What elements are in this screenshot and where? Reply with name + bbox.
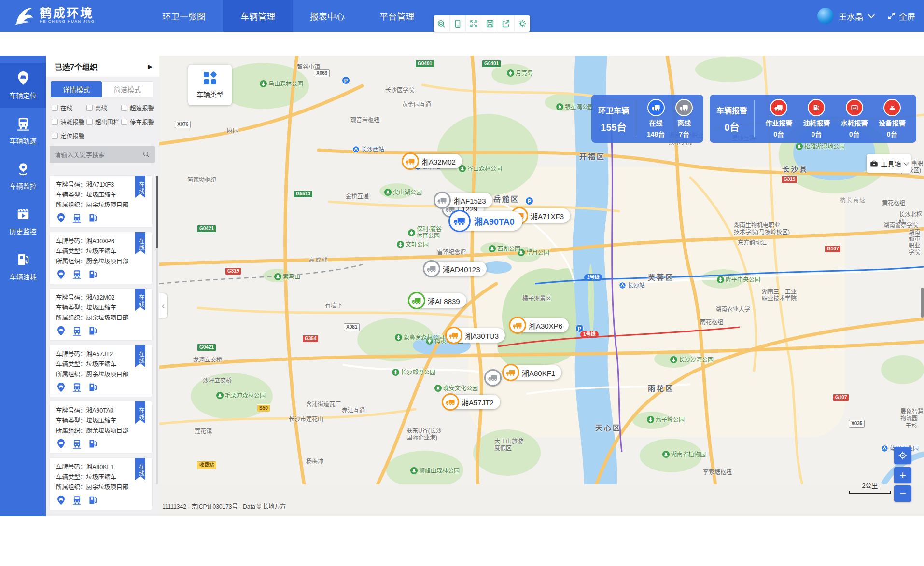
save-icon[interactable] bbox=[482, 15, 499, 32]
track-vehicle-icon[interactable] bbox=[72, 213, 82, 225]
fullscreen-button[interactable]: 全屏 bbox=[887, 10, 915, 22]
vehicle-marker-湘AD40123[interactable]: 湘AD40123 bbox=[424, 262, 487, 276]
locate-vehicle-icon[interactable] bbox=[56, 439, 66, 451]
vehicle-marker-hidden[interactable] bbox=[486, 371, 501, 385]
chevron-down-icon[interactable] bbox=[868, 12, 875, 18]
filter-checkbox-0[interactable]: 在线 bbox=[52, 103, 86, 112]
filter-checkbox-6[interactable]: 定位报警 bbox=[52, 131, 86, 140]
checkbox-icon[interactable] bbox=[121, 119, 127, 125]
road-badge-G354: G354 bbox=[302, 335, 319, 343]
fuel-vehicle-icon[interactable] bbox=[88, 213, 98, 225]
zoom-out-button[interactable]: − bbox=[894, 485, 911, 502]
fuel-vehicle-icon[interactable] bbox=[88, 326, 98, 338]
vehicle-marker-湘A30XP6[interactable]: 湘A30XP6 bbox=[510, 318, 569, 332]
checkbox-icon[interactable] bbox=[86, 119, 93, 125]
search-box[interactable] bbox=[50, 146, 155, 163]
nav-item-2[interactable]: 报表中心 bbox=[293, 0, 362, 32]
vehicle-card-湘A71XF3[interactable]: 车牌号码：湘A71XF3 车辆类型：垃圾压缩车 所属组织：厨余垃圾项目部 在线 bbox=[50, 176, 152, 227]
map-label: 毛栗冲森林公园 bbox=[216, 392, 266, 399]
toolbox-button[interactable]: 工具箱 bbox=[867, 154, 911, 173]
sidebar-item-2[interactable]: 车辆监控 bbox=[0, 153, 46, 199]
map-label: 长沙医学院 bbox=[385, 87, 414, 94]
vehicle-card-湘A57JT2[interactable]: 车牌号码：湘A57JT2 车辆类型：垃圾压缩车 所属组织：厨余垃圾项目部 在线 bbox=[50, 345, 152, 397]
locate-vehicle-icon[interactable] bbox=[56, 382, 66, 394]
vehicle-marker-湘AL8839[interactable]: 湘AL8839 bbox=[409, 293, 466, 308]
card-org: 所属组织：厨余垃圾项目部 bbox=[50, 200, 152, 210]
vehicle-marker-湘A90TA0[interactable]: 湘A90TA0 bbox=[450, 211, 522, 231]
map-label: 尖山湖公园 bbox=[384, 189, 422, 196]
filter-checkbox-3[interactable]: 油耗报警 bbox=[52, 117, 86, 126]
track-vehicle-icon[interactable] bbox=[72, 495, 82, 507]
tab-mode-0[interactable]: 详情模式 bbox=[51, 81, 102, 97]
brand: 鹤成环境 HE CHENG HUAN JING bbox=[13, 4, 95, 26]
vehicle-marker-湘A30TU3[interactable]: 湘A30TU3 bbox=[447, 328, 505, 343]
filter-checkbox-4[interactable]: 超出围栏 bbox=[86, 117, 121, 126]
map-label: 湖南省植物园 bbox=[662, 451, 706, 458]
nav-item-3[interactable]: 平台管理 bbox=[362, 0, 432, 32]
vehicle-type-grid-icon bbox=[203, 71, 217, 85]
panel-collapse-handle[interactable]: ‹ bbox=[159, 293, 167, 318]
fuel-vehicle-icon[interactable] bbox=[88, 439, 98, 451]
vehicle-card-湘A32M02[interactable]: 车牌号码：湘A32M02 车辆类型：垃圾压缩车 所属组织：厨余垃圾项目部 在线 bbox=[50, 289, 152, 340]
search-input[interactable] bbox=[55, 151, 142, 158]
card-org: 所属组织：厨余垃圾项目部 bbox=[50, 426, 152, 436]
panel-scrollbar[interactable] bbox=[156, 176, 158, 484]
sidebar-item-0[interactable]: 车辆定位 bbox=[0, 63, 46, 108]
locate-vehicle-icon[interactable] bbox=[56, 269, 66, 281]
filter-checkbox-5[interactable]: 停车报警 bbox=[121, 117, 155, 126]
circle-search-icon[interactable] bbox=[434, 15, 450, 32]
vehicle-card-湘A30XP6[interactable]: 车牌号码：湘A30XP6 车辆类型：垃圾压缩车 所属组织：厨余垃圾项目部 在线 bbox=[50, 232, 152, 284]
track-vehicle-icon[interactable] bbox=[72, 439, 82, 451]
share-icon[interactable] bbox=[498, 15, 515, 32]
vehicle-marker-湘A57JT2[interactable]: 湘A57JT2 bbox=[443, 395, 500, 409]
vehicle-card-湘A90TA0[interactable]: 车牌号码：湘A90TA0 车辆类型：垃圾压缩车 所属组织：厨余垃圾项目部 在线 bbox=[50, 401, 152, 453]
gear-icon[interactable] bbox=[515, 15, 531, 32]
checkbox-icon[interactable] bbox=[121, 105, 127, 111]
map-canvas[interactable]: 智谷小镇乌山森林公园长沙医学院黄金园互通月亮岛银星湾公园观音岩枢纽长沙西站麓谷站… bbox=[159, 56, 924, 516]
mode-tabs: 详情模式简洁模式 bbox=[51, 81, 153, 97]
checkbox-icon[interactable] bbox=[52, 119, 58, 125]
road-badge-G107: G107 bbox=[833, 394, 849, 401]
track-vehicle-icon[interactable] bbox=[72, 382, 82, 394]
nav-item-0[interactable]: 环卫一张图 bbox=[145, 0, 223, 32]
filter-checkbox-2[interactable]: 超速报警 bbox=[121, 103, 155, 112]
vehicle-card-湘A80KF1[interactable]: 车牌号码：湘A80KF1 车辆类型：垃圾压缩车 所属组织：厨余垃圾项目部 在线 bbox=[50, 458, 152, 510]
locate-vehicle-icon[interactable] bbox=[56, 213, 66, 225]
fuel-vehicle-icon[interactable] bbox=[88, 269, 98, 281]
checkbox-icon[interactable] bbox=[86, 105, 93, 111]
map-label: 杭长高速 bbox=[840, 197, 866, 204]
marker-plate: 湘AF1523 bbox=[453, 195, 486, 206]
expand-right-icon[interactable]: ▶ bbox=[148, 63, 153, 70]
page-scrollbar[interactable] bbox=[921, 288, 924, 318]
vehicle-marker-湘AF1523[interactable]: 湘AF1523 bbox=[435, 193, 492, 207]
toolbox-icon bbox=[870, 160, 878, 168]
mobile-icon[interactable] bbox=[450, 15, 466, 32]
tab-mode-1[interactable]: 简洁模式 bbox=[102, 81, 153, 97]
filter-checkbox-1[interactable]: 离线 bbox=[86, 103, 121, 112]
search-icon[interactable] bbox=[142, 151, 150, 158]
checkbox-icon[interactable] bbox=[52, 133, 58, 139]
sidebar-item-1[interactable]: 车辆轨迹 bbox=[0, 108, 46, 153]
org-selector[interactable]: 已选7个组织 ▶ bbox=[46, 56, 159, 77]
fuel-vehicle-icon[interactable] bbox=[88, 382, 98, 394]
expand-icon[interactable] bbox=[466, 15, 482, 32]
fuel-vehicle-icon[interactable] bbox=[88, 495, 98, 507]
truck-icon bbox=[434, 192, 451, 209]
road-badge-S50: S50 bbox=[257, 404, 270, 412]
vehicle-marker-湘A80KF1[interactable]: 湘A80KF1 bbox=[504, 365, 561, 380]
locate-vehicle-icon[interactable] bbox=[56, 326, 66, 338]
sidebar-item-4[interactable]: 车辆油耗 bbox=[0, 244, 46, 290]
user-avatar[interactable] bbox=[817, 8, 834, 24]
nav-item-1[interactable]: 车辆管理 bbox=[223, 0, 293, 32]
locate-vehicle-icon[interactable] bbox=[56, 495, 66, 507]
sidebar-item-3[interactable]: 历史监控 bbox=[0, 199, 46, 244]
vehicle-marker-湘A32M02[interactable]: 湘A32M02 bbox=[403, 154, 462, 168]
track-vehicle-icon[interactable] bbox=[72, 326, 82, 338]
locate-button[interactable] bbox=[894, 447, 911, 464]
vehicle-type-button[interactable]: 车辆类型 bbox=[188, 65, 232, 105]
webcam-icon bbox=[16, 162, 30, 178]
track-vehicle-icon[interactable] bbox=[72, 269, 82, 281]
zoom-in-button[interactable]: + bbox=[894, 467, 911, 483]
checkbox-icon[interactable] bbox=[52, 105, 58, 111]
user-name[interactable]: 王水晶 bbox=[839, 10, 863, 22]
